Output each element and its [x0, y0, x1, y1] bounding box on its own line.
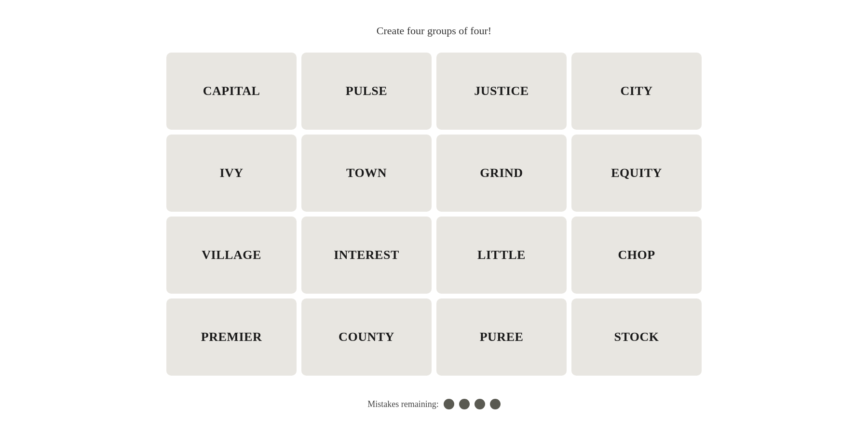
- mistakes-label: Mistakes remaining:: [367, 399, 438, 409]
- tile-label-pulse: PULSE: [346, 84, 387, 98]
- mistake-dot-4: [490, 399, 501, 409]
- tile-label-little: LITTLE: [477, 248, 526, 262]
- tile-puree[interactable]: PUREE: [436, 298, 567, 376]
- tile-label-ivy: IVY: [219, 166, 243, 180]
- tile-label-capital: CAPITAL: [203, 84, 260, 98]
- tile-pulse[interactable]: PULSE: [301, 53, 432, 130]
- tile-label-interest: INTEREST: [334, 248, 399, 262]
- tile-label-grind: GRIND: [480, 166, 523, 180]
- tile-label-town: TOWN: [346, 166, 387, 180]
- tile-equity[interactable]: EQUITY: [571, 135, 702, 212]
- tile-premier[interactable]: PREMIER: [166, 298, 297, 376]
- tile-label-village: VILLAGE: [202, 248, 261, 262]
- tile-label-equity: EQUITY: [611, 166, 662, 180]
- mistake-dot-2: [459, 399, 470, 409]
- tile-stock[interactable]: STOCK: [571, 298, 702, 376]
- tile-county[interactable]: COUNTY: [301, 298, 432, 376]
- tile-label-premier: PREMIER: [201, 330, 262, 344]
- tile-village[interactable]: VILLAGE: [166, 217, 297, 294]
- tile-label-stock: STOCK: [614, 330, 659, 344]
- word-grid: CAPITALPULSEJUSTICECITYIVYTOWNGRINDEQUIT…: [166, 53, 702, 376]
- tile-chop[interactable]: CHOP: [571, 217, 702, 294]
- tile-ivy[interactable]: IVY: [166, 135, 297, 212]
- tile-label-justice: JUSTICE: [474, 84, 529, 98]
- tile-justice[interactable]: JUSTICE: [436, 53, 567, 130]
- tile-capital[interactable]: CAPITAL: [166, 53, 297, 130]
- subtitle: Create four groups of four!: [377, 25, 491, 37]
- mistake-dot-3: [475, 399, 485, 409]
- tile-little[interactable]: LITTLE: [436, 217, 567, 294]
- tile-label-puree: PUREE: [480, 330, 524, 344]
- tile-town[interactable]: TOWN: [301, 135, 432, 212]
- tile-city[interactable]: CITY: [571, 53, 702, 130]
- tile-interest[interactable]: INTEREST: [301, 217, 432, 294]
- tile-label-chop: CHOP: [618, 248, 655, 262]
- mistakes-row: Mistakes remaining:: [367, 399, 500, 409]
- tile-grind[interactable]: GRIND: [436, 135, 567, 212]
- mistake-dot-1: [444, 399, 454, 409]
- tile-label-city: CITY: [620, 84, 652, 98]
- tile-label-county: COUNTY: [339, 330, 394, 344]
